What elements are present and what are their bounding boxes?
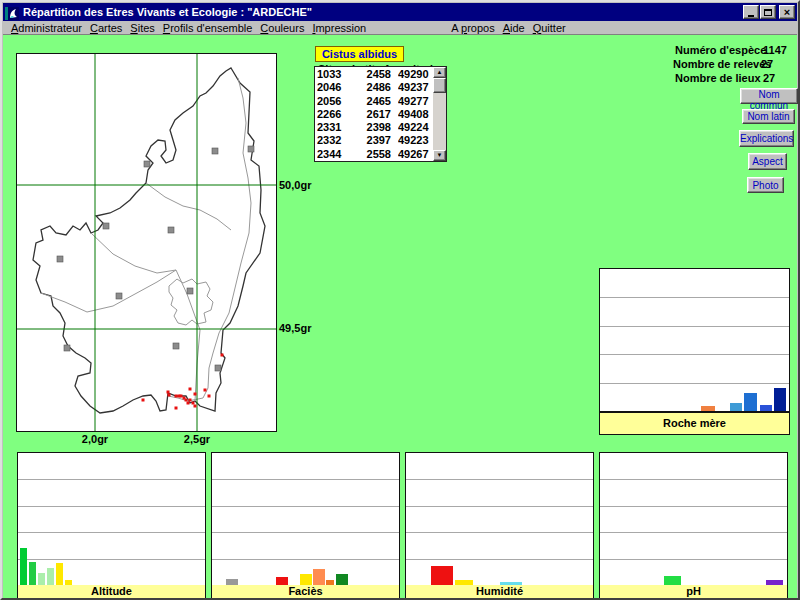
menu-item-cartes[interactable]: Cartes: [86, 22, 126, 34]
longitude-cell: 49290: [398, 68, 429, 81]
bar: [744, 393, 757, 411]
chart-plot-area: [212, 453, 399, 587]
chart-plot-area: [18, 453, 205, 587]
gridline: [212, 559, 399, 560]
site-cell: 1033: [317, 68, 351, 81]
scroll-up-icon[interactable]: ▲: [433, 67, 446, 78]
site-cell: 2344: [317, 148, 351, 160]
bar: [336, 574, 348, 585]
photo-button[interactable]: Photo: [747, 177, 784, 193]
stat-species-number: Numéro d'espèce 1147: [675, 44, 766, 56]
longitude-cell: 49223: [398, 134, 429, 147]
latitude-cell: 2486: [351, 81, 391, 94]
client-area: 50,0gr 49,5gr 2,0gr 2,5gr Cistus albidus…: [3, 35, 797, 599]
menu-item-impression[interactable]: Impression: [308, 22, 370, 34]
gridline: [600, 479, 787, 480]
gridline: [406, 479, 593, 480]
gridline: [600, 532, 787, 533]
bar: [701, 406, 715, 411]
gridline: [600, 326, 789, 327]
table-row[interactable]: 2331239849224: [317, 121, 431, 134]
stat-value: 1147: [763, 44, 787, 56]
gridline: [600, 383, 789, 384]
department-outline: [33, 68, 265, 413]
menu-item-administrateur[interactable]: Administrateur: [7, 22, 86, 34]
chart-label: pH: [600, 585, 787, 599]
gridline: [406, 532, 593, 533]
map-longitude-label: 2,5gr: [179, 433, 215, 445]
menu-item-sites[interactable]: Sites: [126, 22, 158, 34]
chart-plot-area: [600, 269, 789, 413]
chart-label: Altitude: [18, 585, 205, 599]
scroll-down-icon[interactable]: ▼: [433, 150, 446, 161]
bar: [47, 568, 54, 585]
coordinate-grid: [17, 54, 276, 431]
chart-panel-roche-mere: Roche mère: [599, 268, 790, 435]
bar: [431, 566, 453, 585]
gridline: [600, 506, 787, 507]
app-window: Répartition des Etres Vivants et Ecologi…: [0, 0, 800, 600]
bar: [300, 574, 312, 585]
table-row[interactable]: 2332239749223: [317, 134, 431, 147]
table-row[interactable]: 2046248649237: [317, 81, 431, 94]
aspect-button[interactable]: Aspect: [748, 153, 787, 170]
gridline: [600, 354, 789, 355]
chart-plot-area: [600, 453, 787, 587]
latitude-cell: 2465: [351, 95, 391, 108]
menu-item-aide[interactable]: Aide: [499, 22, 529, 34]
menu-item-quitter[interactable]: Quitter: [529, 22, 570, 34]
gridline: [600, 559, 787, 560]
nom-latin-button[interactable]: Nom latin: [742, 109, 795, 124]
latitude-cell: 2558: [351, 148, 391, 160]
stat-lieux-count: Nombre de lieux 27: [675, 72, 761, 84]
occurrence-dots: [142, 354, 224, 410]
latitude-cell: 2617: [351, 108, 391, 121]
chart-plot-area: [406, 453, 593, 587]
bar: [56, 563, 63, 585]
chart-label: Faciès: [212, 585, 399, 599]
ardeche-map[interactable]: [16, 53, 277, 432]
latitude-cell: 2398: [351, 121, 391, 134]
gridline: [212, 479, 399, 480]
bar: [664, 576, 681, 585]
table-row[interactable]: 1033245849290: [317, 68, 431, 81]
menu-item-couleurs[interactable]: Couleurs: [256, 22, 308, 34]
table-row[interactable]: 2344255849267: [317, 148, 431, 160]
bar: [760, 405, 772, 411]
bar: [29, 562, 36, 585]
close-button[interactable]: ×: [779, 5, 795, 19]
table-row[interactable]: 2056246549277: [317, 95, 431, 108]
maximize-button[interactable]: [760, 5, 776, 19]
chart-label: Humidité: [406, 585, 593, 599]
longitude-cell: 49408: [398, 108, 429, 121]
scrollbar-thumb[interactable]: [433, 78, 446, 93]
longitude-cell: 49237: [398, 81, 429, 94]
chart-panel-altitude: Altitude: [17, 452, 206, 600]
bar: [276, 577, 288, 585]
site-list[interactable]: 1033245849290204624864923720562465492772…: [314, 66, 447, 162]
title-bar[interactable]: Répartition des Etres Vivants et Ecologi…: [3, 3, 797, 21]
bar: [20, 548, 27, 585]
gridline: [18, 559, 205, 560]
site-list-scrollbar[interactable]: ▲ ▼: [433, 67, 446, 161]
minimize-button[interactable]: [743, 5, 759, 19]
window-title: Répartition des Etres Vivants et Ecologi…: [23, 6, 312, 18]
site-cell: 2046: [317, 81, 351, 94]
table-row[interactable]: 2266261749408: [317, 108, 431, 121]
menu-item-profils-d-ensemble[interactable]: Profils d'ensemble: [159, 22, 257, 34]
site-cell: 2332: [317, 134, 351, 147]
menu-item-a-propos[interactable]: A propos: [447, 22, 498, 34]
site-cell: 2331: [317, 121, 351, 134]
explications-button[interactable]: Explications: [739, 130, 794, 147]
nom-commun-button[interactable]: Nom commun: [740, 88, 798, 104]
gridline: [18, 479, 205, 480]
site-markers: [57, 146, 254, 371]
site-cell: 2056: [317, 95, 351, 108]
species-name-box: Cistus albidus: [315, 46, 404, 62]
stat-label: Numéro d'espèce: [675, 44, 766, 56]
bar: [38, 573, 45, 585]
menu-bar: AdministrateurCartesSitesProfils d'ensem…: [3, 21, 797, 35]
chart-label: Roche mère: [600, 413, 789, 434]
stat-value: 27: [763, 72, 775, 84]
gridline: [212, 532, 399, 533]
